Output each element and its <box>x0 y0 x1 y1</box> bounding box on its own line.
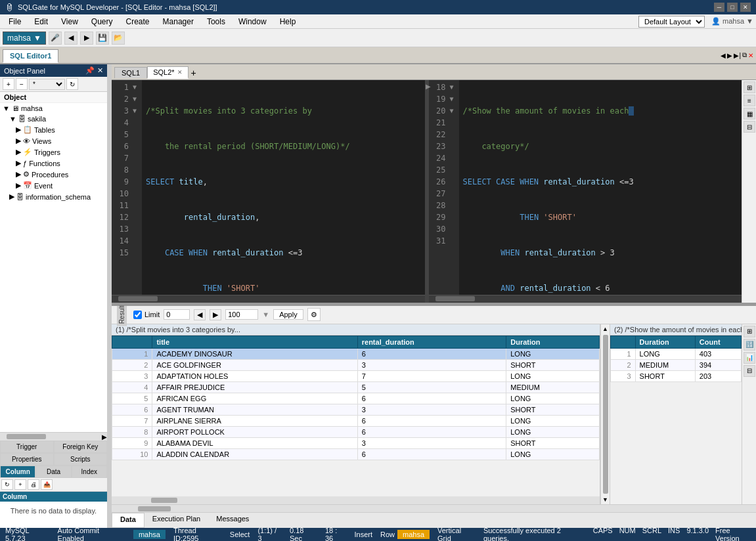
tree-item-procedures[interactable]: ▶ ⚙ Procedures <box>0 169 107 180</box>
result1-table-container[interactable]: title rental_duration Duration 1 ACADEMY… <box>112 335 600 497</box>
menu-window[interactable]: Window <box>233 15 273 28</box>
tab-execution-plan[interactable]: Execution Plan <box>145 513 208 528</box>
table-row[interactable]: 3 SHORT 203 <box>611 370 742 381</box>
result-icon-grid[interactable]: ⊞ <box>744 326 755 337</box>
next-icon[interactable]: ▶ <box>80 32 93 45</box>
result-icon-table2[interactable]: ⊟ <box>744 365 755 377</box>
editor-close-btn[interactable]: ✕ <box>748 51 753 59</box>
settings-button[interactable]: ⚙ <box>307 308 321 321</box>
col2-duration[interactable]: Duration <box>635 335 695 348</box>
tree-item-tables[interactable]: ▶ 📋 Tables <box>0 124 107 135</box>
record-icon[interactable]: 🎤 <box>49 32 62 45</box>
tab-foreign-key[interactable]: Foreign Key <box>54 441 108 453</box>
table-row[interactable]: 6 AGENT TRUMAN 3 SHORT <box>112 404 600 415</box>
tree-item-event[interactable]: ▶ 📅 Event <box>0 180 107 191</box>
tree-item-triggers[interactable]: ▶ ⚡ Triggers <box>0 146 107 158</box>
side-icon-list[interactable]: ≡ <box>744 95 755 106</box>
tab-data[interactable]: Data <box>112 513 145 528</box>
result-nav-prev[interactable]: ◀ <box>194 309 206 320</box>
menu-query[interactable]: Query <box>85 15 119 28</box>
schema-filter[interactable]: * <box>29 79 65 90</box>
right-hscroll[interactable] <box>429 295 742 303</box>
col-rental-duration[interactable]: rental_duration <box>357 335 506 348</box>
db-selector[interactable]: mahsa ▼ <box>3 32 46 45</box>
side-icon-grid[interactable]: ⊞ <box>744 81 755 93</box>
menu-manager[interactable]: Manager <box>157 15 200 28</box>
table-row[interactable]: 3 ADAPTATION HOLES 7 LONG <box>112 370 600 381</box>
tree-item-sakila[interactable]: ▼ 🗄 sakila <box>0 114 107 124</box>
table-row[interactable]: 8 AIRPORT POLLOCK 6 LONG <box>112 426 600 437</box>
result1-vscroll[interactable]: ▲ ▼ <box>601 324 610 505</box>
menu-create[interactable]: Create <box>120 15 156 28</box>
table-row[interactable]: 2 MEDIUM 394 <box>611 359 742 370</box>
tab-new[interactable]: ▶| <box>734 51 741 59</box>
table-row[interactable]: 10 ALADDIN CALENDAR 6 LONG <box>112 448 600 460</box>
col-export-btn[interactable]: 📤 <box>41 479 53 490</box>
menu-tools[interactable]: Tools <box>201 15 231 28</box>
save-icon[interactable]: 💾 <box>96 32 109 45</box>
table-row[interactable]: 1 ACADEMY DINOSAUR 6 LONG <box>112 348 600 359</box>
refresh-btn[interactable]: ↻ <box>66 78 78 90</box>
table-row[interactable]: 4 AFFAIR PREJUDICE 5 MEDIUM <box>112 381 600 393</box>
object-panel-close-icon[interactable]: ✕ <box>97 66 103 75</box>
menu-view[interactable]: View <box>55 15 84 28</box>
result-icon-chart[interactable]: 📊 <box>744 352 755 364</box>
add-tab-btn[interactable]: + <box>191 68 196 78</box>
menu-help[interactable]: Help <box>274 15 302 28</box>
layout-selector[interactable]: Default Layout <box>638 16 705 28</box>
tab-data[interactable]: Data <box>35 465 71 478</box>
result-icon-calc[interactable]: 🔢 <box>744 339 755 351</box>
right-code[interactable]: /*Show the amount of movies in each cate… <box>459 80 742 295</box>
obj-scroll[interactable]: ▶ <box>0 433 107 441</box>
table-row[interactable]: 7 AIRPLANE SIERRA 6 LONG <box>112 415 600 426</box>
side-icon-bar[interactable]: ▦ <box>744 108 755 119</box>
col2-count[interactable]: Count <box>695 335 741 348</box>
col-print-btn[interactable]: 🖨 <box>28 479 39 490</box>
remove-schema-btn[interactable]: − <box>16 78 28 90</box>
page-size-input[interactable] <box>225 309 258 320</box>
table-row[interactable]: 9 ALABAMA DEVIL 3 SHORT <box>112 437 600 448</box>
menu-edit[interactable]: Edit <box>28 15 54 28</box>
tab-index[interactable]: Index <box>72 465 107 478</box>
limit-input[interactable] <box>164 309 190 320</box>
result-panel-label[interactable]: Result <box>117 306 127 326</box>
prev-icon[interactable]: ◀ <box>64 32 78 45</box>
menu-file[interactable]: File <box>3 15 27 28</box>
col-refresh-btn[interactable]: ↻ <box>1 479 13 490</box>
tree-item-views[interactable]: ▶ 👁 Views <box>0 135 107 146</box>
col-title[interactable]: title <box>152 335 357 348</box>
tree-item-functions[interactable]: ▶ ƒ Functions <box>0 158 107 169</box>
right-sql-editor[interactable]: 18 19 20 21 22 23 24 25 26 27 28 29 30 3… <box>429 80 742 295</box>
tab-scroll-left[interactable]: ◀ <box>721 51 726 59</box>
vscroll-down[interactable]: ▼ <box>602 496 608 503</box>
result1-hscroll[interactable] <box>112 496 600 504</box>
table-row[interactable]: 2 ACE GOLDFINGER 3 SHORT <box>112 359 600 370</box>
obj-scroll-right[interactable]: ▶ <box>102 433 107 441</box>
left-code[interactable]: /*Split movies into 3 categories by the … <box>142 80 425 295</box>
object-panel-pin[interactable]: 📌 <box>85 66 95 75</box>
tab-sql2[interactable]: SQL2* ✕ <box>147 66 188 79</box>
table-row[interactable]: 5 AFRICAN EGG 6 LONG <box>112 393 600 404</box>
col-duration[interactable]: Duration <box>506 335 600 348</box>
split-view-btn[interactable]: ⧉ <box>742 51 747 59</box>
minimize-button[interactable]: ─ <box>714 3 724 12</box>
tree-item-mahsa[interactable]: ▼ 🖥 mahsa <box>0 103 107 114</box>
vscroll-up[interactable]: ▲ <box>602 326 608 332</box>
tab-properties[interactable]: Properties <box>0 453 54 465</box>
close-button[interactable]: ✕ <box>740 3 751 12</box>
editor-splitter[interactable]: ▶ <box>425 80 429 303</box>
side-icon-table[interactable]: ⊟ <box>744 121 755 133</box>
tab-scripts[interactable]: Scripts <box>54 453 108 465</box>
result-nav-next[interactable]: ▶ <box>210 309 221 320</box>
col-add-btn[interactable]: + <box>14 479 26 490</box>
maximize-button[interactable]: □ <box>727 3 738 12</box>
left-sql-editor[interactable]: 1 2 3 4 5 6 7 8 9 10 11 12 13 14 <box>112 80 425 295</box>
tab-column[interactable]: Column <box>0 465 35 478</box>
tab-trigger[interactable]: Trigger <box>0 441 54 453</box>
tree-item-info-schema[interactable]: ▶ 🗄 information_schema <box>0 191 107 202</box>
limit-checkbox[interactable] <box>133 311 142 319</box>
tab-sql1[interactable]: SQL1 <box>114 67 147 78</box>
result-bottom-scroll[interactable] <box>112 504 756 512</box>
open-icon[interactable]: 📂 <box>112 32 125 45</box>
tab-scroll-right[interactable]: ▶ <box>727 51 732 59</box>
